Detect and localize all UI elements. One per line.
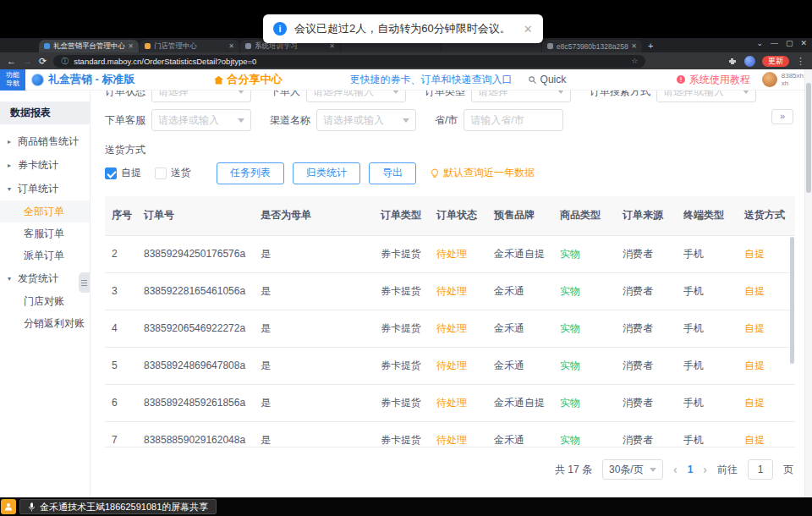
default-range-hint: 默认查询近一年数据 — [430, 166, 535, 180]
task-list-button[interactable]: 任务列表 — [217, 162, 284, 184]
back-button[interactable]: ← — [7, 56, 16, 66]
window-minimize-icon[interactable]: — — [771, 39, 778, 47]
table-row[interactable]: 4 83859206546922272a 是 券卡提货 待处理 金禾通 实物 消… — [105, 310, 795, 347]
browser-menu-icon[interactable]: ⋮ — [796, 56, 805, 67]
province-city-input[interactable] — [464, 109, 563, 131]
extensions-icon[interactable] — [727, 56, 738, 66]
delivery-checkbox[interactable]: 送货 — [155, 166, 191, 180]
brand-logo-icon — [31, 74, 44, 86]
cell-terminal: 手机 — [677, 235, 738, 272]
table-row[interactable]: 7 83858859029162048a 是 券卡提货 待处理 金禾通 实物 消… — [105, 421, 795, 447]
sidebar-item-rebate-reconciliation[interactable]: 分销返利对账 — [0, 312, 90, 334]
cell-terminal: 手机 — [677, 421, 738, 447]
function-nav-toggle[interactable]: 功能 导航 — [0, 69, 25, 91]
table-row[interactable]: 5 83858924869647808a 是 券卡提货 待处理 金禾通 实物 消… — [105, 347, 795, 384]
channel-name-select[interactable]: 请选择或输入 — [316, 109, 416, 131]
tab-search-icon[interactable]: ⌄ — [756, 39, 763, 47]
screen-share-pill: 金禾通技术王斌18662591081的屏幕共享 — [19, 499, 217, 514]
sidebar-collapse-handle[interactable] — [79, 272, 90, 293]
sidebar-item-card-stats[interactable]: ▸ 券卡统计 — [0, 153, 90, 177]
search-icon — [528, 75, 537, 85]
goto-page-input[interactable] — [748, 459, 773, 480]
filter-order-search-mode: 订单搜索方式 请选择或输入 — [590, 91, 756, 102]
order-search-mode-select[interactable]: 请选择或输入 — [656, 91, 756, 102]
quick-search[interactable]: Quick — [528, 74, 567, 85]
page-number-1[interactable]: 1 — [688, 464, 694, 475]
toolbar-right: 更新 ⋮ — [727, 56, 805, 67]
cell-order-no: 83859228165461056a — [137, 272, 254, 310]
order-type-select[interactable]: 请选择 — [471, 91, 571, 102]
share-center-link[interactable]: 合分享中心 — [213, 72, 283, 87]
page-size-select[interactable]: 30条/页 — [602, 459, 663, 480]
browser-tab-gift-admin[interactable]: 礼盒营销平台管理中心 ✕ — [39, 40, 139, 52]
cell-product-type-link[interactable]: 实物 — [553, 384, 616, 421]
site-info-icon[interactable]: ⓘ — [61, 56, 69, 67]
tab-close-icon[interactable]: ✕ — [329, 42, 335, 50]
sidebar-item-all-orders[interactable]: 全部订单 — [0, 200, 90, 222]
quick-label: Quick — [540, 74, 567, 85]
cell-product-type-link[interactable]: 实物 — [553, 235, 616, 272]
address-bar[interactable]: ⓘ standard.maboy.cn/OrderStatisticsDetai… — [53, 55, 645, 68]
window-maximize-icon[interactable]: ▢ — [786, 39, 793, 47]
filter-label: 省/市 — [435, 113, 458, 128]
column-header: 终端类型 — [677, 196, 738, 235]
cell-index: 5 — [105, 347, 137, 384]
meeting-toast: i 会议已超过2人，自动转为60分钟限时会议。 ✕ — [263, 14, 543, 43]
table-row[interactable]: 2 83859294250176576a 是 券卡提货 待处理 金禾通自提 实物… — [105, 235, 795, 272]
filter-row: 下单客服 请选择或输入 渠道名称 请选择或输入 省/市 — [105, 106, 805, 134]
tutorial-link[interactable]: 系统使用教程 — [676, 73, 750, 87]
cell-product-type-link[interactable]: 实物 — [553, 421, 616, 447]
prev-page-button[interactable]: ‹ — [673, 463, 678, 476]
new-tab-button[interactable]: + — [648, 41, 653, 51]
cell-is-parent: 是 — [254, 347, 374, 384]
sidebar-item-product-sales-stats[interactable]: ▸ 商品销售统计 — [0, 129, 90, 153]
select-placeholder: 请选择或输入 — [323, 113, 384, 128]
tab-close-icon[interactable]: ✕ — [228, 42, 234, 50]
sidebar-item-shipping-stats[interactable]: ▾ 发货统计 — [0, 266, 90, 290]
toast-close-icon[interactable]: ✕ — [524, 23, 533, 36]
browser-tab-hash[interactable]: e8c573980b1328a258fd2e6 ✕ — [542, 40, 642, 52]
service-agent-select[interactable]: 请选择或输入 — [151, 109, 251, 131]
next-page-button[interactable]: › — [703, 463, 707, 476]
tab-close-icon[interactable]: ✕ — [128, 42, 134, 50]
bookmark-star-icon[interactable]: ☆ — [631, 57, 638, 65]
expand-filters-button[interactable]: » — [771, 109, 793, 124]
checkbox-checked-icon[interactable] — [105, 167, 117, 179]
sidebar-item-dispatch-orders[interactable]: 派单订单 — [0, 244, 90, 266]
reload-button[interactable]: ⟳ — [39, 56, 47, 67]
select-placeholder: 请选择或输入 — [313, 91, 374, 99]
orderer-select[interactable]: 请选择或输入 — [306, 91, 406, 102]
page-scrollbar-thumb[interactable] — [806, 83, 811, 193]
sidebar-item-order-stats[interactable]: ▾ 订单统计 — [0, 177, 90, 200]
tab-title: 门店管理中心 — [154, 41, 226, 52]
table-row[interactable]: 6 83858924859261856a 是 券卡提货 待处理 金禾通自提 实物… — [105, 384, 795, 421]
cell-order-status: 待处理 — [430, 421, 487, 447]
export-button[interactable]: 导出 — [369, 162, 416, 184]
screen: 礼盒营销平台管理中心 ✕ 门店管理中心 ✕ 系统培训学习 ✕ e8c573980… — [0, 0, 812, 516]
cell-product-type-link[interactable]: 实物 — [553, 310, 616, 347]
browser-profile-avatar[interactable] — [744, 56, 755, 67]
table-scrollbar-thumb[interactable] — [790, 237, 794, 364]
sidebar-item-service-orders[interactable]: 客服订单 — [0, 222, 90, 244]
cell-is-parent: 是 — [254, 384, 374, 421]
filter-label: 下单人 — [270, 91, 300, 99]
table-row[interactable]: 3 83859228165461056a 是 券卡提货 待处理 金禾通 实物 消… — [105, 272, 795, 310]
sidebar-item-store-reconciliation[interactable]: 门店对账 — [0, 290, 90, 312]
cell-product-type-link[interactable]: 实物 — [553, 347, 616, 384]
browser-tab-store-admin[interactable]: 门店管理中心 ✕ — [140, 40, 239, 52]
mic-icon — [28, 502, 36, 513]
select-placeholder: 请选择 — [158, 91, 189, 99]
user-avatar[interactable] — [762, 72, 777, 87]
pickup-checkbox[interactable]: 自提 — [105, 166, 141, 180]
order-status-select[interactable]: 请选择 — [151, 91, 251, 102]
browser-update-button[interactable]: 更新 — [762, 56, 789, 67]
quick-entry-link[interactable]: 更快捷的券卡、订单和快递查询入口 — [350, 73, 513, 87]
category-stats-button[interactable]: 归类统计 — [293, 162, 360, 184]
forward-button[interactable]: → — [23, 56, 32, 66]
tab-close-icon[interactable]: ✕ — [631, 42, 637, 50]
checkbox-unchecked-icon[interactable] — [155, 167, 167, 179]
cell-product-type-link[interactable]: 实物 — [553, 272, 616, 310]
page-scrollbar[interactable] — [804, 69, 812, 497]
window-close-icon[interactable]: ✕ — [800, 39, 807, 47]
cell-index: 4 — [105, 310, 137, 347]
